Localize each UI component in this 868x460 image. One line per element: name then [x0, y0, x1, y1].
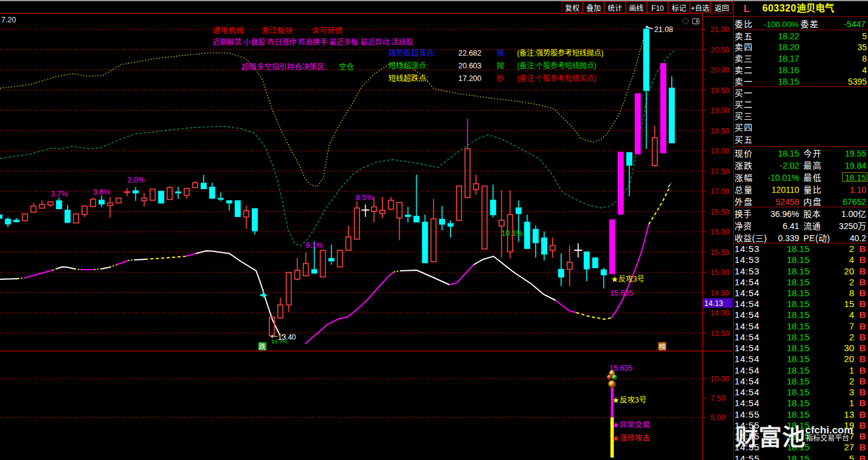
svg-text:20.603: 20.603	[458, 59, 481, 71]
svg-text:16.50: 16.50	[710, 206, 729, 217]
svg-text:3.7%: 3.7%	[51, 187, 68, 199]
svg-text:◇: ◇	[682, 16, 689, 26]
svg-text:抛: 抛	[497, 47, 504, 58]
svg-text:20.50: 20.50	[710, 44, 729, 55]
svg-text:18.00: 18.00	[710, 144, 729, 156]
svg-text:22.682: 22.682	[458, 47, 481, 58]
svg-text:通用机械: 通用机械	[213, 24, 244, 36]
svg-text:★: ★	[612, 433, 619, 442]
svg-text:14.13: 14.13	[704, 297, 723, 308]
svg-text:9.1%: 9.1%	[306, 239, 323, 250]
svg-text:17.200: 17.200	[458, 72, 481, 83]
svg-text:21.00: 21.00	[710, 23, 729, 34]
svg-text:21.08: 21.08	[654, 23, 673, 34]
svg-text:空仓: 空仓	[339, 60, 355, 72]
svg-text:17.50: 17.50	[710, 165, 729, 177]
svg-text:抄: 抄	[497, 72, 504, 83]
svg-text:5.00: 5.00	[710, 411, 725, 423]
svg-text:15.50: 15.50	[710, 246, 729, 258]
svg-text:★: ★	[612, 420, 619, 429]
svg-text:16.7%: 16.7%	[271, 337, 288, 345]
svg-text:反攻3号: 反攻3号	[619, 273, 645, 283]
svg-text:20.00: 20.00	[710, 63, 729, 75]
svg-text:10.00: 10.00	[710, 372, 729, 384]
svg-text:14.50: 14.50	[710, 287, 729, 298]
svg-text:浙江板块: 浙江板块	[262, 24, 293, 36]
svg-text:13.50: 13.50	[710, 327, 729, 339]
svg-text:★: ★	[611, 274, 618, 283]
svg-text:近期解禁 小盘股 昨日涨停 昨高换手 最近多板 最近异动 活: 近期解禁 小盘股 昨日涨停 昨高换手 最近多板 最近异动 活跃股	[213, 36, 413, 47]
svg-text:15.635: 15.635	[609, 361, 632, 373]
svg-text:(备注:个股参考短线抛点): (备注:个股参考短线抛点)	[517, 60, 596, 70]
svg-text:短线超跌点:: 短线超跌点:	[388, 72, 428, 83]
svg-text:10.1%: 10.1%	[501, 227, 522, 238]
svg-text:含可转债: 含可转债	[312, 24, 343, 36]
svg-text:短线超涨点:: 短线超涨点:	[388, 59, 428, 71]
svg-text:16.00: 16.00	[710, 225, 729, 237]
svg-text:强势股超涨点:: 强势股超涨点:	[388, 47, 436, 58]
svg-text:(备注:个股参考短线买点): (备注:个股参考短线买点)	[517, 73, 596, 83]
svg-text:榜: 榜	[659, 342, 666, 351]
svg-text:18.50: 18.50	[710, 125, 729, 136]
svg-text:涨停攻击: 涨停攻击	[620, 432, 650, 443]
svg-text:异常交易: 异常交易	[620, 418, 650, 430]
svg-text:抛: 抛	[497, 59, 504, 71]
svg-text:2.0%: 2.0%	[127, 173, 145, 185]
svg-text:跌: 跌	[259, 342, 266, 351]
svg-text:19.00: 19.00	[710, 104, 729, 115]
svg-text:★: ★	[612, 395, 619, 404]
svg-text:反攻3号: 反攻3号	[620, 394, 646, 405]
svg-text:8.5%: 8.5%	[356, 191, 373, 202]
svg-text:7.20: 7.20	[1, 13, 16, 25]
svg-text:(备注:强势股参考短线抛点): (备注:强势股参考短线抛点)	[517, 47, 603, 57]
svg-text:19.50: 19.50	[710, 84, 729, 96]
svg-text:15.635: 15.635	[610, 287, 633, 298]
svg-text:15.00: 15.00	[710, 266, 729, 277]
svg-text:17.00: 17.00	[710, 185, 729, 196]
svg-text:7.50: 7.50	[710, 392, 725, 403]
svg-text:3.6%: 3.6%	[93, 186, 111, 197]
svg-text:超级多空指引持仓决策区:: 超级多空指引持仓决策区:	[242, 60, 327, 72]
